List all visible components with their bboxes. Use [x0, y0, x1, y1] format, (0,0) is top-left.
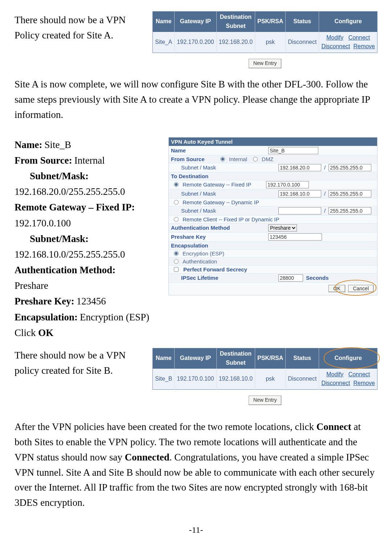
cell-configure: Modify Connect Disconnect Remove	[319, 32, 377, 53]
th-status: Status	[286, 12, 319, 32]
th-configure: Configure	[319, 348, 377, 369]
cfg-enc-value: Encryption (ESP)	[80, 310, 149, 325]
form-title: VPN Auto Keyed Tunnel	[169, 138, 377, 146]
form-rg-subnet-label: Subnet / Mask	[171, 191, 275, 197]
slash-icon: /	[324, 208, 326, 214]
form-rgdyn-subnet-label: Subnet / Mask	[171, 208, 275, 214]
radio-rg-fixed[interactable]	[174, 182, 179, 187]
cell-status: Disconnect	[286, 369, 319, 390]
th-psk: PSK/RSA	[255, 12, 286, 32]
radio-auth-enc[interactable]	[174, 259, 179, 264]
cfg-pk-value: 123456	[77, 294, 106, 309]
new-entry-button[interactable]: New Entry	[249, 396, 282, 405]
form-from-internal: Internal	[229, 156, 247, 162]
cell-name: Site_A	[153, 32, 175, 53]
link-remove[interactable]: Remove	[353, 380, 375, 386]
cfg-subnet1-value: 192.168.20.0/255.255.255.0	[15, 186, 125, 197]
form-rg-fixed-input[interactable]	[266, 181, 309, 188]
cfg-remotegw-label: Remote Gateway – Fixed IP:	[15, 202, 135, 213]
cell-status: Disconnect	[286, 32, 319, 53]
cfg-ok: OK	[38, 327, 53, 338]
cell-dest: 192.168.20.0	[216, 32, 255, 53]
form-from-dmz: DMZ	[262, 156, 274, 162]
link-disconnect[interactable]: Disconnect	[321, 380, 350, 386]
slash-icon: /	[324, 191, 326, 197]
form-rgdyn-subnet-input[interactable]	[278, 207, 321, 214]
cfg-click: Click	[15, 327, 38, 338]
checkbox-pfs[interactable]	[174, 267, 179, 272]
link-modify[interactable]: Modify	[326, 34, 343, 41]
policy-table-site-a: Name Gateway IP Destination Subnet PSK/R…	[152, 11, 377, 53]
cfg-subnet2-value: 192.168.10.0/255.255.255.0	[15, 249, 125, 260]
table-row: Site_A 192.170.0.200 192.168.20.0 psk Di…	[153, 32, 377, 53]
cfg-name-label: Name:	[15, 137, 42, 153]
form-lifetime-units: Seconds	[306, 275, 329, 281]
th-configure: Configure	[319, 12, 377, 32]
radio-rg-dynamic[interactable]	[174, 200, 179, 205]
cfg-auth-label: Authentication Method:	[15, 265, 115, 275]
th-status: Status	[286, 348, 319, 369]
form-pk-input[interactable]	[268, 233, 322, 241]
form-name-input[interactable]	[268, 147, 318, 154]
para-site-b-created: There should now be a VPN policy created…	[15, 348, 142, 378]
th-gateway: Gateway IP	[175, 12, 216, 32]
link-disconnect[interactable]: Disconnect	[321, 43, 350, 49]
new-entry-button[interactable]: New Entry	[249, 59, 282, 68]
form-enc-esp: Encryption (ESP)	[183, 250, 224, 257]
vpn-form: VPN Auto Keyed Tunnel Name From Source I…	[168, 137, 377, 295]
link-connect[interactable]: Connect	[348, 34, 370, 41]
cell-name: Site_B	[153, 369, 175, 390]
form-src-mask-input[interactable]	[328, 164, 371, 171]
th-gateway: Gateway IP	[175, 348, 216, 369]
form-lifetime-input[interactable]	[278, 274, 303, 282]
form-auth-select[interactable]: Preshare	[268, 224, 297, 232]
cfg-subnet1-label: Subnet/Mask:	[30, 171, 89, 181]
form-name-label: Name	[171, 147, 265, 153]
th-name: Name	[153, 12, 175, 32]
cfg-auth-value: Preshare	[15, 280, 48, 291]
cell-configure: Modify Connect Disconnect Remove	[319, 369, 377, 390]
cfg-subnet2-label: Subnet/Mask:	[30, 233, 89, 244]
link-modify[interactable]: Modify	[326, 371, 343, 377]
form-auth-label: Authentication Method	[171, 225, 265, 231]
form-from-label: From Source	[171, 156, 215, 162]
link-connect[interactable]: Connect	[348, 371, 370, 377]
form-rg-subnet-input[interactable]	[278, 190, 321, 197]
radio-internal[interactable]	[220, 157, 225, 161]
page-number: -11-	[15, 525, 377, 535]
slash-icon: /	[324, 164, 326, 171]
form-pk-label: Preshare Key	[171, 234, 265, 240]
para-site-a-created: There should now be a VPN Policy created…	[15, 13, 142, 43]
form-rg-dyn-label: Remote Gateway -- Dynamic IP	[183, 199, 375, 205]
radio-esp[interactable]	[174, 251, 179, 256]
cfg-from-value: Internal	[74, 153, 105, 168]
th-name: Name	[153, 348, 175, 369]
th-psk: PSK/RSA	[255, 348, 286, 369]
form-enc-section: Encapsulation	[171, 242, 375, 249]
th-dest: Destination Subnet	[216, 12, 255, 32]
radio-remote-client[interactable]	[174, 217, 179, 222]
ok-button[interactable]: OK	[328, 285, 345, 292]
table-row: Site_B 192.170.0.100 192.168.10.0 psk Di…	[153, 369, 377, 390]
cell-psk: psk	[255, 32, 286, 53]
para-final: After the VPN policies have been created…	[15, 419, 377, 511]
form-to-dest: To Destination	[171, 173, 375, 179]
cell-gw: 192.170.0.200	[175, 32, 216, 53]
cell-dest: 192.168.10.0	[216, 369, 255, 390]
cfg-enc-label: Encapsulation:	[15, 310, 78, 325]
form-rgdyn-mask-input[interactable]	[328, 207, 371, 214]
cfg-from-label: From Source:	[15, 153, 72, 168]
para-configure-site-b: Site A is now complete, we will now conf…	[15, 77, 377, 123]
form-enc-auth: Authentication	[183, 258, 217, 265]
form-rg-fixed-label: Remote Gateway -- Fixed IP	[183, 181, 263, 188]
cfg-pk-label: Preshare Key:	[15, 294, 74, 309]
form-src-subnet-input[interactable]	[278, 164, 321, 171]
link-remove[interactable]: Remove	[353, 43, 375, 49]
cfg-remotegw-value: 192.170.0.100	[15, 218, 71, 229]
cancel-button[interactable]: Cancel	[348, 285, 373, 292]
policy-table-site-b: Name Gateway IP Destination Subnet PSK/R…	[152, 348, 377, 390]
radio-dmz[interactable]	[253, 157, 258, 161]
form-pfs-label: Perfect Forward Secrecy	[183, 266, 375, 273]
form-rg-mask-input[interactable]	[328, 190, 371, 197]
cell-gw: 192.170.0.100	[175, 369, 216, 390]
